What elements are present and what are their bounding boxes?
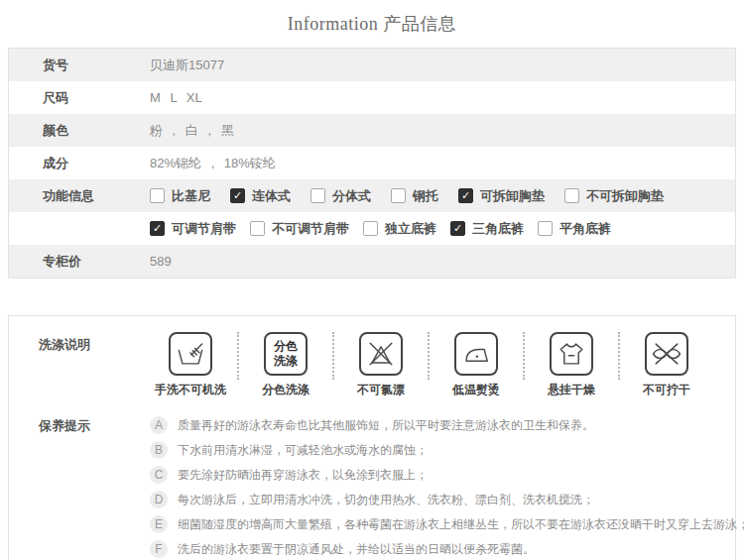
wash-item-no-bleach: 不可氯漂 — [340, 332, 422, 398]
checkbox-item: 平角底裤 — [538, 220, 611, 238]
tip-text: 要先涂好防晒油再穿游泳衣，以免涂到衣服上； — [178, 467, 428, 484]
spec-row-color: 颜色 粉 , 白 , 黑 — [9, 114, 735, 147]
tip-item: B 下水前用清水淋湿，可减轻池水或海水的腐蚀； — [150, 441, 744, 459]
checkbox-item: 不可调节肩带 — [250, 220, 349, 238]
tip-text: 质量再好的游泳衣寿命也比其他服饰短，所以平时要注意游泳衣的卫生和保养。 — [178, 417, 594, 434]
dotted-divider — [332, 332, 334, 380]
tip-item: E 细菌随湿度的增高而大量繁殖，各种霉菌在游泳衣上相继丛生，所以不要在游泳衣还没… — [150, 515, 744, 533]
tip-letter-badge: B — [150, 441, 168, 459]
spec-value: 82%锦纶 , 18%铵纶 — [150, 155, 276, 172]
dotted-divider — [523, 332, 525, 380]
checkbox-label: 可调节肩带 — [172, 220, 236, 238]
spec-label: 货号 — [9, 56, 150, 74]
checkbox-item: 独立底裤 — [363, 220, 436, 238]
checkbox-label: 不可调节肩带 — [272, 220, 349, 238]
wash-item-no-wring: 不可拧干 — [626, 332, 707, 398]
spec-row-size: 尺码 M L XL — [9, 81, 735, 114]
checkbox-label: 连体式 — [252, 187, 291, 205]
spec-value: 粉 , 白 , 黑 — [150, 122, 234, 140]
checkbox-label: 平角底裤 — [559, 220, 611, 238]
tip-text: 洗后的游泳衣要置于阴凉通风处，并给以适当的日晒以便杀死霉菌。 — [178, 541, 535, 558]
wash-item-label: 不可氯漂 — [357, 382, 405, 398]
page-title: Information 产品信息 — [0, 0, 744, 48]
wash-item-label: 手洗不可机洗 — [155, 382, 226, 398]
care-panel: 洗涤说明 手洗不可机洗 — [8, 315, 736, 560]
separate-colors-icon-text: 分色 — [274, 339, 298, 354]
checkbox-label: 三角底裤 — [472, 220, 524, 238]
wash-instructions-row: 洗涤说明 手洗不可机洗 — [39, 332, 735, 398]
checkbox[interactable] — [538, 221, 553, 236]
spec-value: 贝迪斯15077 — [150, 56, 224, 74]
tip-item: A 质量再好的游泳衣寿命也比其他服饰短，所以平时要注意游泳衣的卫生和保养。 — [150, 416, 744, 434]
checkbox-label: 不可拆卸胸垫 — [586, 187, 664, 205]
wash-item-label: 悬挂干燥 — [548, 382, 595, 398]
tip-letter-badge: A — [150, 416, 168, 434]
spec-label: 颜色 — [9, 122, 150, 140]
low-temp-iron-icon — [454, 332, 498, 376]
wash-item-low-temp-iron: 低温熨烫 — [435, 332, 517, 398]
separate-colors-icon: 分色 洗涤 — [264, 332, 308, 376]
tip-text: 细菌随湿度的增高而大量繁殖，各种霉菌在游泳衣上相继丛生，所以不要在游泳衣还没晒干… — [178, 516, 744, 533]
wash-item-hand-wash: 手洗不可机洗 — [150, 332, 231, 398]
dotted-divider — [618, 332, 620, 380]
checkbox[interactable] — [391, 188, 406, 203]
spec-value: M L XL — [150, 90, 202, 105]
separate-colors-icon-text: 洗涤 — [274, 354, 298, 369]
checkbox[interactable] — [450, 221, 465, 236]
care-tips-label: 保养提示 — [39, 416, 150, 435]
features-row-1: 功能信息 比基尼 连体式 分体式 钢托 — [9, 179, 735, 212]
spec-label: 成分 — [9, 155, 150, 172]
wash-item-label: 分色洗涤 — [262, 382, 310, 398]
tip-letter-badge: F — [150, 540, 168, 558]
dotted-divider — [428, 332, 430, 380]
tip-letter-badge: C — [150, 466, 168, 484]
spec-row-item-number: 货号 贝迪斯15077 — [9, 49, 735, 81]
tip-item: D 每次游泳后，立即用清水冲洗，切勿使用热水、洗衣粉、漂白剂、洗衣机搅洗； — [150, 491, 744, 508]
checkbox[interactable] — [250, 221, 265, 236]
checkbox[interactable] — [150, 188, 165, 203]
no-bleach-icon — [359, 332, 403, 376]
care-tips-row: 保养提示 A 质量再好的游泳衣寿命也比其他服饰短，所以平时要注意游泳衣的卫生和保… — [39, 416, 735, 560]
tip-item: C 要先涂好防晒油再穿游泳衣，以免涂到衣服上； — [150, 466, 744, 484]
tip-text: 每次游泳后，立即用清水冲洗，切勿使用热水、洗衣粉、漂白剂、洗衣机搅洗； — [178, 492, 594, 508]
checkbox[interactable] — [458, 188, 473, 203]
spec-label: 功能信息 — [9, 187, 150, 205]
tip-item: F 洗后的游泳衣要置于阴凉通风处，并给以适当的日晒以便杀死霉菌。 — [150, 540, 744, 558]
tip-text: 下水前用清水淋湿，可减轻池水或海水的腐蚀； — [178, 442, 428, 459]
care-tips-list: A 质量再好的游泳衣寿命也比其他服饰短，所以平时要注意游泳衣的卫生和保养。 B … — [150, 416, 744, 560]
product-specs-panel: 货号 贝迪斯15077 尺码 M L XL 颜色 粉 , 白 , 黑 成分 82… — [8, 48, 736, 279]
spec-value: 589 — [150, 254, 172, 269]
checkbox-label: 独立底裤 — [385, 220, 436, 238]
hang-dry-icon — [550, 332, 593, 376]
checkbox-label: 分体式 — [332, 187, 371, 205]
checkbox-item: 钢托 — [391, 187, 438, 205]
spec-row-composition: 成分 82%锦纶 , 18%铵纶 — [9, 147, 735, 179]
product-info-page: Information 产品信息 货号 贝迪斯15077 尺码 M L XL 颜… — [0, 0, 744, 560]
wash-item-label: 不可拧干 — [643, 382, 690, 398]
checkbox-item: 可调节肩带 — [150, 220, 236, 238]
dotted-divider — [237, 332, 239, 380]
wash-item-hang-dry: 悬挂干燥 — [531, 332, 612, 398]
checkbox-label: 钢托 — [413, 187, 438, 205]
checkbox-item: 连体式 — [230, 187, 291, 205]
wash-icons-group: 手洗不可机洗 分色 洗涤 分色洗涤 — [150, 332, 707, 398]
checkbox-item: 可拆卸胸垫 — [458, 187, 545, 205]
wash-item-separate-colors: 分色 洗涤 分色洗涤 — [245, 332, 326, 398]
spec-row-counter-price: 专柜价 589 — [9, 245, 735, 278]
checkbox[interactable] — [150, 221, 165, 236]
checkbox[interactable] — [564, 188, 579, 203]
no-wring-icon — [645, 332, 688, 376]
hand-wash-icon — [169, 332, 212, 376]
wash-item-label: 低温熨烫 — [452, 382, 500, 398]
checkbox[interactable] — [363, 221, 378, 236]
tip-letter-badge: D — [150, 491, 168, 508]
checkbox[interactable] — [310, 188, 325, 203]
spec-label: 尺码 — [9, 89, 150, 107]
checkbox-item: 分体式 — [310, 187, 371, 205]
wash-instructions-label: 洗涤说明 — [39, 332, 150, 354]
features-row-2: 可调节肩带 不可调节肩带 独立底裤 三角底裤 平角底裤 — [9, 212, 735, 245]
checkbox-label: 比基尼 — [172, 187, 210, 205]
checkbox-item: 不可拆卸胸垫 — [564, 187, 664, 205]
tip-letter-badge: E — [150, 515, 168, 533]
checkbox[interactable] — [230, 188, 245, 203]
